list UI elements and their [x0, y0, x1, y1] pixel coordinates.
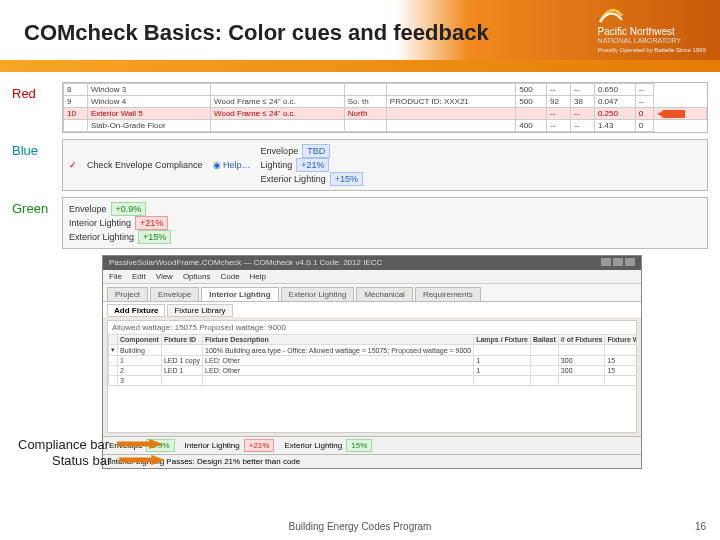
sub-tabs[interactable]: Add FixtureFixture Library: [103, 301, 641, 317]
grid-cell[interactable]: 300: [558, 356, 605, 366]
main-tabs[interactable]: ProjectEnvelopeInterior LightingExterior…: [103, 284, 641, 301]
column-header[interactable]: Lamps / Fixture: [474, 335, 531, 345]
table-cell[interactable]: [516, 108, 547, 120]
subtab[interactable]: Add Fixture: [107, 304, 165, 317]
table-cell[interactable]: Exterior Wall 5: [87, 108, 210, 120]
table-cell[interactable]: [64, 120, 88, 132]
table-cell[interactable]: 0.650: [594, 84, 635, 96]
grid-cell[interactable]: [109, 356, 118, 366]
column-header[interactable]: [109, 335, 118, 345]
grid-cell[interactable]: 1: [118, 356, 162, 366]
grid-cell[interactable]: [530, 376, 558, 386]
table-cell[interactable]: [211, 120, 345, 132]
table-cell[interactable]: --: [570, 120, 594, 132]
table-cell[interactable]: --: [570, 108, 594, 120]
table-cell[interactable]: Window 3: [87, 84, 210, 96]
tab[interactable]: Project: [107, 287, 148, 301]
table-cell[interactable]: --: [547, 108, 571, 120]
grid-cell[interactable]: LED: Other: [203, 366, 474, 376]
column-header[interactable]: Component: [118, 335, 162, 345]
table-cell[interactable]: 0.250: [594, 108, 635, 120]
table-cell[interactable]: --: [635, 96, 654, 108]
table-cell[interactable]: [386, 84, 516, 96]
grid-cell[interactable]: LED: Other: [203, 356, 474, 366]
grid-cell[interactable]: 100% Building area type - Office: Allowe…: [203, 345, 474, 356]
table-cell[interactable]: [386, 108, 516, 120]
table-cell[interactable]: 500: [516, 96, 547, 108]
grid-cell[interactable]: 2: [118, 366, 162, 376]
table-cell[interactable]: 0: [635, 108, 654, 120]
table-cell[interactable]: So. th: [344, 96, 386, 108]
grid-cell[interactable]: [474, 345, 531, 356]
tab[interactable]: Envelope: [150, 287, 199, 301]
menu-item[interactable]: View: [156, 272, 173, 281]
grid-cell[interactable]: [474, 376, 531, 386]
table-cell[interactable]: [211, 84, 345, 96]
table-cell[interactable]: Wood Frame ≤ 24" o.c.: [211, 108, 345, 120]
grid-cell[interactable]: LED 1 copy: [161, 356, 202, 366]
column-header[interactable]: Fixture Description: [203, 335, 474, 345]
table-cell[interactable]: 38: [570, 96, 594, 108]
grid-cell[interactable]: [161, 376, 202, 386]
grid-cell[interactable]: 15: [605, 366, 637, 376]
grid-cell[interactable]: [558, 376, 605, 386]
table-cell[interactable]: --: [547, 120, 571, 132]
window-controls[interactable]: [599, 258, 635, 268]
table-cell[interactable]: Slab-On-Grade Floor: [87, 120, 210, 132]
grid-cell[interactable]: 1: [474, 366, 531, 376]
table-cell[interactable]: 10: [64, 108, 88, 120]
table-cell[interactable]: PRODUCT ID: XXX21: [386, 96, 516, 108]
grid-cell[interactable]: 300: [558, 366, 605, 376]
menu-item[interactable]: Code: [220, 272, 239, 281]
tab[interactable]: Mechanical: [356, 287, 412, 301]
tab[interactable]: Exterior Lighting: [281, 287, 355, 301]
column-header[interactable]: Fixture Wattage: [605, 335, 637, 345]
grid-cell[interactable]: 15: [605, 356, 637, 366]
column-header[interactable]: # of Fixtures: [558, 335, 605, 345]
table-cell[interactable]: Window 4: [87, 96, 210, 108]
table-cell[interactable]: --: [635, 84, 654, 96]
grid-cell[interactable]: [605, 376, 637, 386]
table-cell[interactable]: [386, 120, 516, 132]
tab[interactable]: Requirements: [415, 287, 481, 301]
help-link[interactable]: ◉ Help…: [213, 160, 251, 170]
subtab[interactable]: Fixture Library: [167, 304, 232, 317]
menu-item[interactable]: Options: [183, 272, 211, 281]
menu-item[interactable]: Help: [250, 272, 266, 281]
grid-cell[interactable]: [530, 366, 558, 376]
table-cell[interactable]: 92: [547, 96, 571, 108]
grid-cell[interactable]: 1: [474, 356, 531, 366]
tab[interactable]: Interior Lighting: [201, 287, 278, 301]
check-compliance-button[interactable]: Check Envelope Compliance: [87, 160, 203, 170]
grid-cell[interactable]: ▾: [109, 345, 118, 356]
grid-cell[interactable]: [203, 376, 474, 386]
table-cell[interactable]: North: [344, 108, 386, 120]
table-cell[interactable]: [344, 120, 386, 132]
grid-cell[interactable]: [109, 366, 118, 376]
table-cell[interactable]: 500: [516, 84, 547, 96]
fixture-grid[interactable]: Allowed wattage: 15075 Proposed wattage:…: [107, 320, 637, 433]
menu-item[interactable]: File: [109, 272, 122, 281]
grid-cell[interactable]: [161, 345, 202, 356]
table-cell[interactable]: 0.047: [594, 96, 635, 108]
table-cell[interactable]: --: [570, 84, 594, 96]
grid-cell[interactable]: [109, 376, 118, 386]
table-cell[interactable]: [344, 84, 386, 96]
table-cell[interactable]: 9: [64, 96, 88, 108]
table-cell[interactable]: 8: [64, 84, 88, 96]
column-header[interactable]: Ballast: [530, 335, 558, 345]
menu-item[interactable]: Edit: [132, 272, 146, 281]
grid-cell[interactable]: 3: [118, 376, 162, 386]
grid-cell[interactable]: [530, 345, 558, 356]
table-cell[interactable]: 400: [516, 120, 547, 132]
grid-cell[interactable]: [530, 356, 558, 366]
grid-cell[interactable]: Building: [118, 345, 162, 356]
grid-cell[interactable]: [605, 345, 637, 356]
menubar[interactable]: FileEditViewOptionsCodeHelp: [103, 270, 641, 284]
column-header[interactable]: Fixture ID: [161, 335, 202, 345]
grid-cell[interactable]: LED 1: [161, 366, 202, 376]
table-cell[interactable]: 1.43: [594, 120, 635, 132]
table-cell[interactable]: 0: [635, 120, 654, 132]
grid-cell[interactable]: [558, 345, 605, 356]
table-cell[interactable]: --: [547, 84, 571, 96]
